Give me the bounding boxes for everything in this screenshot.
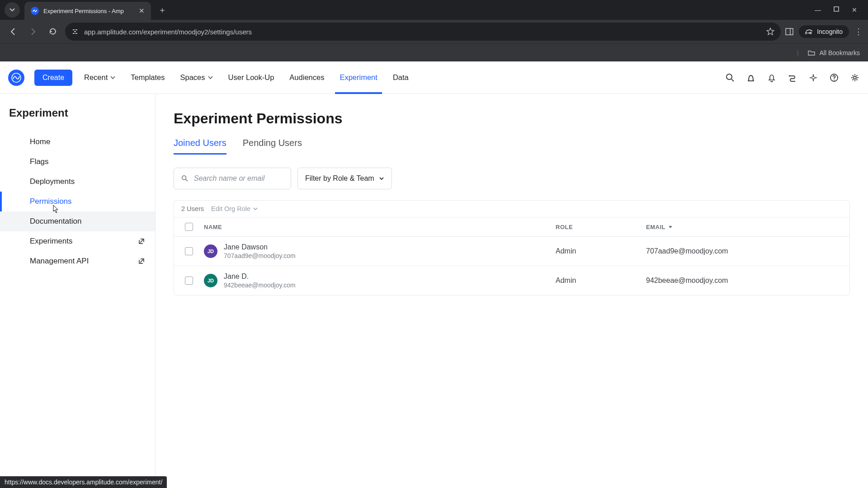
nav-item-experiment[interactable]: Experiment [338,73,379,82]
filter-label: Filter by Role & Team [305,174,374,183]
table-row[interactable]: JDJane Dawson707aad9e@moodjoy.comAdmin70… [174,237,849,266]
svg-rect-3 [73,33,75,34]
svg-point-13 [854,76,856,79]
chevron-down-icon [9,7,15,13]
user-email: 707aad9e@moodjoy.com [646,247,845,255]
col-email[interactable]: EMAIL [646,224,845,230]
avatar: JD [204,244,217,258]
nav-item-user-look-up[interactable]: User Look-Up [226,73,276,82]
browser-status-bar: https://www.docs.developers.amplitude.co… [0,476,167,488]
user-subemail: 942beeae@moodjoy.com [224,282,296,289]
sidebar-item-label: Deployments [30,177,75,186]
tab-title: Experiment Permissions - Amp [43,8,134,14]
table-header: NAME ROLE EMAIL [174,217,849,237]
sidebar-item-label: Home [30,137,50,146]
svg-rect-2 [75,29,77,30]
user-count: 2 Users [181,205,204,212]
forward-button[interactable] [25,24,41,39]
col-name[interactable]: NAME [204,224,556,230]
help-icon[interactable] [829,73,839,83]
row-checkbox[interactable] [185,277,193,285]
incognito-indicator[interactable]: Incognito [799,25,849,38]
tab-joined-users[interactable]: Joined Users [174,138,226,155]
tab-pending-users[interactable]: Pending Users [243,138,302,155]
incognito-icon [805,28,813,35]
avatar: JD [204,274,217,287]
svg-line-15 [186,179,188,181]
row-checkbox[interactable] [185,247,193,255]
nav-item-recent[interactable]: Recent [82,73,117,82]
chevron-down-icon [379,176,384,181]
maximize-icon[interactable] [834,6,839,14]
chevron-down-icon [253,206,258,211]
back-button[interactable] [5,24,21,39]
nav-item-templates[interactable]: Templates [129,73,166,82]
chevron-down-icon [208,75,213,80]
toolbar-row: app.amplitude.com/experiment/moodjoy2/se… [0,20,868,43]
bookmarks-bar: | All Bookmarks [0,43,868,61]
nav-item-spaces[interactable]: Spaces [179,73,215,82]
app-header: Create RecentTemplatesSpacesUser Look-Up… [0,61,868,94]
favicon-icon [31,7,39,15]
svg-point-12 [834,80,835,80]
search-box[interactable] [174,168,291,189]
main-content: Experiment Permissions Joined UsersPendi… [156,94,868,488]
table-row[interactable]: JDJane D.942beeae@moodjoy.comAdmin942bee… [174,266,849,295]
tab-search-button[interactable] [5,2,20,18]
search-icon[interactable] [725,73,735,83]
sidebar-item-label: Permissions [30,197,72,206]
svg-line-10 [731,79,734,81]
gear-icon[interactable] [850,73,860,83]
reload-button[interactable] [45,24,61,39]
route-icon[interactable] [788,73,797,83]
user-name: Jane Dawson [224,243,296,251]
browser-tab[interactable]: Experiment Permissions - Amp ✕ [24,2,151,20]
users-table: 2 Users Edit Org Role NAME ROLE EMAIL JD [174,200,850,296]
search-icon [181,174,189,183]
content-tabs: Joined UsersPending Users [174,138,850,155]
sidebar-item-label: Management API [30,257,89,266]
site-settings-icon[interactable] [71,28,79,35]
table-summary-row: 2 Users Edit Org Role [174,201,849,217]
user-subemail: 707aad9e@moodjoy.com [224,252,296,259]
search-input[interactable] [194,174,283,183]
window-close-icon[interactable]: ✕ [852,6,857,14]
col-role[interactable]: ROLE [556,224,646,230]
sidebar-item-permissions[interactable]: Permissions [0,192,155,211]
svg-point-9 [726,74,732,80]
user-role: Admin [556,277,646,285]
all-bookmarks-link[interactable]: All Bookmarks [820,49,860,56]
nav-item-audiences[interactable]: Audiences [288,73,326,82]
browser-menu-icon[interactable]: ⋮ [854,27,863,37]
sidebar-item-flags[interactable]: Flags [0,152,155,172]
sidebar-item-experiments[interactable]: Experiments [0,231,155,251]
select-all-checkbox[interactable] [185,223,193,231]
sidebar-item-deployments[interactable]: Deployments [0,172,155,192]
address-bar[interactable]: app.amplitude.com/experiment/moodjoy2/se… [65,23,781,41]
create-button[interactable]: Create [34,70,72,86]
side-panel-icon[interactable] [785,28,793,36]
svg-rect-1 [73,29,75,30]
activity-icon[interactable] [746,73,756,83]
sparkle-icon[interactable] [808,73,818,83]
amplitude-logo[interactable] [8,70,24,86]
page-title: Experiment Permissions [174,110,850,127]
sidebar-title: Experiment [0,107,155,132]
filter-controls: Filter by Role & Team [174,168,850,189]
close-icon[interactable]: ✕ [139,7,145,15]
sidebar-item-management-api[interactable]: Management API [0,251,155,271]
bookmark-star-icon[interactable] [766,28,774,36]
edit-org-role-dropdown[interactable]: Edit Org Role [211,205,258,212]
user-email: 942beeae@moodjoy.com [646,277,845,285]
nav-item-data[interactable]: Data [391,73,410,82]
bell-icon[interactable] [767,73,777,83]
sidebar-item-home[interactable]: Home [0,132,155,152]
nav-active-indicator [335,92,382,94]
new-tab-button[interactable]: ＋ [156,3,169,17]
filter-dropdown[interactable]: Filter by Role & Team [297,168,392,189]
svg-rect-5 [74,31,76,32]
minimize-icon[interactable]: — [815,6,821,14]
svg-rect-4 [75,33,77,34]
sidebar-item-label: Experiments [30,237,72,246]
sidebar-item-documentation[interactable]: Documentation [0,211,155,231]
